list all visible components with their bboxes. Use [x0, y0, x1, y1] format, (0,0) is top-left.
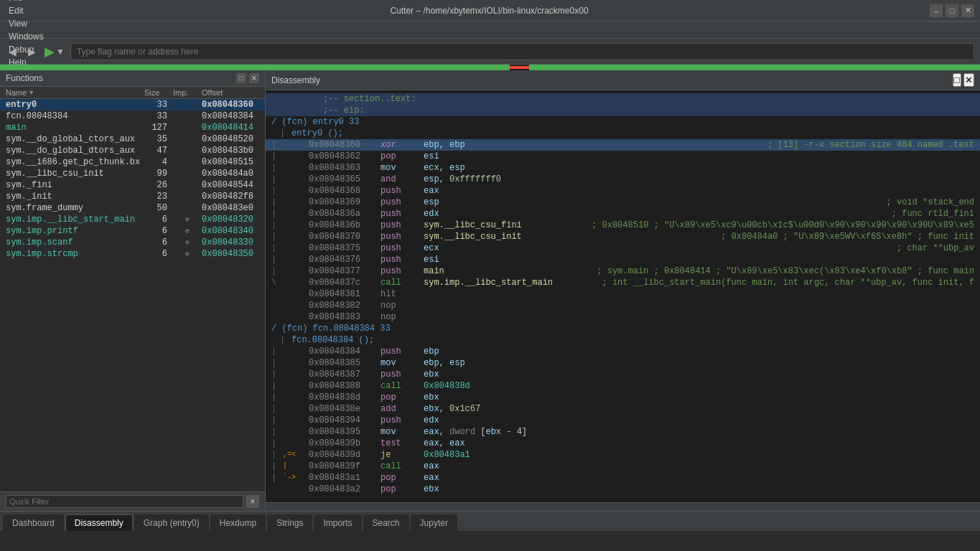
func-size: 33 [144, 100, 173, 110]
tab-search[interactable]: Search [363, 514, 409, 531]
func-row[interactable]: entry0330x08048360 [0, 99, 265, 110]
run-button[interactable]: ▶ ▼ [45, 44, 65, 60]
asm-line[interactable]: | entry0 (); [266, 128, 980, 139]
func-offset: 0x08048414 [202, 123, 259, 133]
maximize-button[interactable]: □ [946, 4, 958, 17]
asm-line[interactable]: ;-- eip: [266, 105, 980, 116]
func-row[interactable]: main1270x08048414 [0, 122, 265, 133]
asm-line[interactable]: |0x08048387pushebx [266, 369, 980, 380]
func-imp [173, 203, 202, 213]
quick-filter-input[interactable] [6, 495, 243, 508]
func-imp: ⊕ [173, 226, 202, 236]
functions-float-button[interactable]: □ [236, 73, 246, 83]
asm-line[interactable]: |0x08048384pushebp [266, 346, 980, 357]
tab-strings[interactable]: Strings [267, 514, 312, 531]
tab-hexdump[interactable]: Hexdump [210, 514, 266, 531]
func-size: 33 [144, 111, 173, 121]
asm-line[interactable]: |0x08048375pushecx; char **ubp_av [266, 242, 980, 254]
progress-bar [0, 65, 980, 70]
asm-line[interactable]: |`->0x080483a1popeax [266, 472, 980, 484]
func-row[interactable]: sym.imp.strcmp6⊕0x08048350 [0, 248, 265, 260]
func-size: 23 [144, 192, 173, 202]
asm-line[interactable]: |0x08048395moveax, dword [ebx - 4] [266, 426, 980, 438]
asm-line[interactable]: / (fcn) fcn.08048384 33 [266, 323, 980, 334]
asm-line[interactable]: 0x08048382nop [266, 300, 980, 311]
asm-line[interactable]: |0x0804839btesteax, eax [266, 438, 980, 449]
func-row[interactable]: sym.imp.printf6⊕0x08048340 [0, 225, 265, 237]
asm-line[interactable]: / (fcn) entry0 33 [266, 116, 980, 128]
tab-imports[interactable]: Imports [314, 514, 361, 531]
quick-filter-clear-button[interactable]: × [246, 495, 259, 508]
func-row[interactable]: sym.__libc_csu_init990x080484a0 [0, 168, 265, 179]
func-offset: 0x080482f8 [202, 192, 259, 202]
func-imp [173, 134, 202, 144]
func-imp [173, 192, 202, 202]
close-button[interactable]: ✕ [961, 4, 974, 17]
menu-item-edit[interactable]: Edit [3, 4, 50, 17]
func-size: 35 [144, 134, 173, 144]
address-bar[interactable] [70, 43, 974, 60]
func-row[interactable]: sym.__do_global_dtors_aux470x080483b0 [0, 145, 265, 156]
disassembly-float-button[interactable]: □ [953, 73, 961, 87]
asm-line[interactable]: |0x08048363movecx, esp [266, 162, 980, 174]
asm-line[interactable]: |0x0804836apushedx; func rtld_fini [266, 208, 980, 220]
func-size: 50 [144, 203, 173, 213]
func-name: sym.__libc_csu_init [6, 169, 144, 179]
asm-line[interactable]: |0x08048360xorebp, ebp; [13] -r-x sectio… [266, 139, 980, 151]
func-row[interactable]: sym.imp.scanf6⊕0x08048330 [0, 237, 265, 248]
functions-close-button[interactable]: ✕ [249, 73, 259, 83]
func-name: sym.frame_dummy [6, 203, 144, 213]
func-size: 99 [144, 169, 173, 179]
asm-line[interactable]: |0x08048376pushesi [266, 254, 980, 265]
quick-filter-bar: × [0, 491, 265, 511]
func-row[interactable]: sym._init230x080482f8 [0, 191, 265, 202]
forward-button[interactable]: ▶ [25, 44, 39, 59]
func-row[interactable]: sym.frame_dummy500x080483e0 [0, 202, 265, 214]
func-row[interactable]: sym.imp.__libc_start_main6⊕0x08048320 [0, 214, 265, 225]
back-button[interactable]: ◀ [6, 44, 19, 59]
tab-disassembly[interactable]: Disassembly [65, 514, 133, 531]
menu-item-view[interactable]: View [3, 17, 50, 30]
func-row[interactable]: sym._fini260x08048544 [0, 179, 265, 191]
func-offset: 0x08048520 [202, 134, 259, 144]
func-size: 47 [144, 146, 173, 156]
func-row[interactable]: fcn.08048384330x08048384 [0, 110, 265, 122]
func-imp [173, 157, 202, 167]
asm-line[interactable]: 0x08048383nop [266, 311, 980, 323]
asm-line[interactable]: ;-- section..text: [266, 93, 980, 105]
tab-dashboard[interactable]: Dashboard [3, 514, 64, 531]
asm-line[interactable]: \0x0804837ccallsym.imp.__libc_start_main… [266, 277, 980, 288]
asm-line[interactable]: |0x08048394pushedx [266, 415, 980, 426]
func-size: 127 [144, 123, 173, 133]
functions-list: entry0330x08048360fcn.08048384330x080483… [0, 99, 265, 491]
func-offset: 0x08048360 [202, 100, 259, 110]
tab-jupyter[interactable]: Jupyter [411, 514, 457, 531]
func-row[interactable]: sym.__do_global_ctors_aux350x08048520 [0, 133, 265, 145]
col-name[interactable]: Name ▼ [6, 88, 144, 97]
asm-line[interactable]: |0x08048368pusheax [266, 185, 980, 197]
asm-line[interactable]: |0x08048370pushsym.__libc_csu_init; 0x80… [266, 231, 980, 242]
disassembly-close-button[interactable]: ✕ [963, 73, 974, 87]
disassembly-hscroll[interactable] [266, 502, 980, 511]
asm-line[interactable]: |0x0804838dpopebx [266, 392, 980, 403]
asm-line[interactable]: |0x0804838eaddebx, 0x1c67 [266, 403, 980, 415]
menu-item-windows[interactable]: Windows [3, 30, 50, 43]
asm-line[interactable]: | fcn.08048384 (); [266, 334, 980, 346]
func-imp [173, 146, 202, 156]
asm-line[interactable]: |,=<0x0804839dje0x80483a1 [266, 449, 980, 461]
asm-line[interactable]: ||0x0804839fcalleax [266, 461, 980, 472]
func-row[interactable]: sym.__i686.get_pc_thunk.bx40x08048515 [0, 156, 265, 168]
asm-line[interactable]: |0x08048362popesi [266, 151, 980, 162]
disassembly-content[interactable]: ;-- section..text:;-- eip:/ (fcn) entry0… [266, 90, 980, 502]
asm-line[interactable]: |0x08048388call0x804838d [266, 380, 980, 392]
asm-line[interactable]: |0x08048365andesp, 0xfffffff0 [266, 174, 980, 185]
func-imp [173, 111, 202, 121]
asm-line[interactable]: |0x0804836bpushsym.__libc_csu_fini; 0x80… [266, 220, 980, 231]
asm-line[interactable]: |0x08048385movebp, esp [266, 357, 980, 369]
tab-graph-entry0[interactable]: Graph (entry0) [134, 514, 209, 531]
asm-line[interactable]: 0x080483a2popebx [266, 484, 980, 495]
asm-line[interactable]: |0x08048369pushesp; void *stack_end [266, 197, 980, 208]
asm-line[interactable]: 0x08048381hlt [266, 288, 980, 300]
asm-line[interactable]: |0x08048377pushmain; sym.main ; 0x804841… [266, 265, 980, 277]
minimize-button[interactable]: – [930, 4, 943, 17]
